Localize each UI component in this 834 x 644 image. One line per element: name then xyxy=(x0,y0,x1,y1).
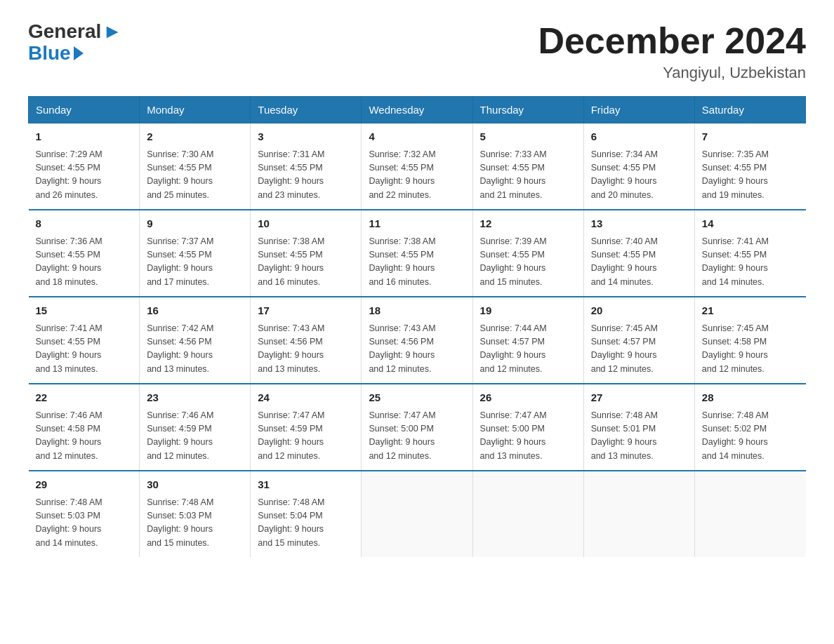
day-info: Sunrise: 7:31 AM Sunset: 4:55 PM Dayligh… xyxy=(258,148,354,203)
calendar-cell: 23 Sunrise: 7:46 AM Sunset: 4:59 PM Dayl… xyxy=(140,384,251,471)
day-info: Sunrise: 7:33 AM Sunset: 4:55 PM Dayligh… xyxy=(480,148,576,203)
day-number: 17 xyxy=(258,303,354,319)
calendar-cell xyxy=(362,471,472,557)
calendar-cell: 20 Sunrise: 7:45 AM Sunset: 4:57 PM Dayl… xyxy=(583,297,694,384)
day-number: 5 xyxy=(480,129,576,145)
day-info: Sunrise: 7:44 AM Sunset: 4:57 PM Dayligh… xyxy=(480,322,576,377)
day-number: 18 xyxy=(369,303,465,319)
day-number: 31 xyxy=(258,477,354,493)
calendar-cell xyxy=(694,471,805,557)
day-number: 6 xyxy=(591,129,687,145)
day-number: 10 xyxy=(258,216,354,232)
month-title: December 2024 xyxy=(538,21,806,61)
calendar-cell: 21 Sunrise: 7:45 AM Sunset: 4:58 PM Dayl… xyxy=(694,297,805,384)
day-info: Sunrise: 7:48 AM Sunset: 5:01 PM Dayligh… xyxy=(591,409,687,464)
day-info: Sunrise: 7:40 AM Sunset: 4:55 PM Dayligh… xyxy=(591,235,687,290)
day-info: Sunrise: 7:46 AM Sunset: 4:59 PM Dayligh… xyxy=(147,409,243,464)
calendar-week-row: 15 Sunrise: 7:41 AM Sunset: 4:55 PM Dayl… xyxy=(29,297,806,384)
calendar-cell: 17 Sunrise: 7:43 AM Sunset: 4:56 PM Dayl… xyxy=(251,297,362,384)
calendar-week-row: 29 Sunrise: 7:48 AM Sunset: 5:03 PM Dayl… xyxy=(29,471,806,557)
day-number: 20 xyxy=(591,303,687,319)
day-info: Sunrise: 7:32 AM Sunset: 4:55 PM Dayligh… xyxy=(369,148,465,203)
day-info: Sunrise: 7:48 AM Sunset: 5:03 PM Dayligh… xyxy=(36,496,133,551)
calendar-cell: 30 Sunrise: 7:48 AM Sunset: 5:03 PM Dayl… xyxy=(140,471,251,557)
day-number: 1 xyxy=(36,129,133,145)
day-number: 28 xyxy=(702,390,799,406)
calendar-cell: 16 Sunrise: 7:42 AM Sunset: 4:56 PM Dayl… xyxy=(140,297,251,384)
calendar-cell: 12 Sunrise: 7:39 AM Sunset: 4:55 PM Dayl… xyxy=(472,210,583,297)
day-info: Sunrise: 7:48 AM Sunset: 5:04 PM Dayligh… xyxy=(258,496,354,551)
header-wednesday: Wednesday xyxy=(362,97,472,123)
calendar-cell: 19 Sunrise: 7:44 AM Sunset: 4:57 PM Dayl… xyxy=(472,297,583,384)
calendar-cell: 8 Sunrise: 7:36 AM Sunset: 4:55 PM Dayli… xyxy=(29,210,140,297)
calendar-cell: 26 Sunrise: 7:47 AM Sunset: 5:00 PM Dayl… xyxy=(472,384,583,471)
calendar-cell: 1 Sunrise: 7:29 AM Sunset: 4:55 PM Dayli… xyxy=(29,123,140,210)
calendar-cell: 2 Sunrise: 7:30 AM Sunset: 4:55 PM Dayli… xyxy=(140,123,251,210)
day-number: 7 xyxy=(702,129,799,145)
page-header: General► Blue December 2024 Yangiyul, Uz… xyxy=(28,21,806,82)
day-number: 9 xyxy=(147,216,243,232)
day-info: Sunrise: 7:34 AM Sunset: 4:55 PM Dayligh… xyxy=(591,148,687,203)
day-info: Sunrise: 7:37 AM Sunset: 4:55 PM Dayligh… xyxy=(147,235,243,290)
calendar-cell: 28 Sunrise: 7:48 AM Sunset: 5:02 PM Dayl… xyxy=(694,384,805,471)
calendar-cell: 13 Sunrise: 7:40 AM Sunset: 4:55 PM Dayl… xyxy=(583,210,694,297)
day-number: 8 xyxy=(36,216,133,232)
day-number: 11 xyxy=(369,216,465,232)
day-info: Sunrise: 7:45 AM Sunset: 4:57 PM Dayligh… xyxy=(591,322,687,377)
calendar-week-row: 22 Sunrise: 7:46 AM Sunset: 4:58 PM Dayl… xyxy=(29,384,806,471)
day-number: 22 xyxy=(36,390,133,406)
day-info: Sunrise: 7:45 AM Sunset: 4:58 PM Dayligh… xyxy=(702,322,799,377)
header-sunday: Sunday xyxy=(29,97,140,123)
calendar-cell: 15 Sunrise: 7:41 AM Sunset: 4:55 PM Dayl… xyxy=(29,297,140,384)
calendar-cell: 4 Sunrise: 7:32 AM Sunset: 4:55 PM Dayli… xyxy=(362,123,472,210)
day-info: Sunrise: 7:47 AM Sunset: 5:00 PM Dayligh… xyxy=(480,409,576,464)
day-number: 26 xyxy=(480,390,576,406)
weekday-header-row: Sunday Monday Tuesday Wednesday Thursday… xyxy=(29,97,806,123)
header-friday: Friday xyxy=(583,97,694,123)
calendar-week-row: 1 Sunrise: 7:29 AM Sunset: 4:55 PM Dayli… xyxy=(29,123,806,210)
calendar-cell: 11 Sunrise: 7:38 AM Sunset: 4:55 PM Dayl… xyxy=(362,210,472,297)
day-info: Sunrise: 7:39 AM Sunset: 4:55 PM Dayligh… xyxy=(480,235,576,290)
calendar-cell: 10 Sunrise: 7:38 AM Sunset: 4:55 PM Dayl… xyxy=(251,210,362,297)
day-info: Sunrise: 7:46 AM Sunset: 4:58 PM Dayligh… xyxy=(36,409,133,464)
day-info: Sunrise: 7:47 AM Sunset: 4:59 PM Dayligh… xyxy=(258,409,354,464)
day-info: Sunrise: 7:41 AM Sunset: 4:55 PM Dayligh… xyxy=(702,235,799,290)
day-info: Sunrise: 7:47 AM Sunset: 5:00 PM Dayligh… xyxy=(369,409,465,464)
day-info: Sunrise: 7:42 AM Sunset: 4:56 PM Dayligh… xyxy=(147,322,243,377)
calendar-table: Sunday Monday Tuesday Wednesday Thursday… xyxy=(28,96,806,557)
day-info: Sunrise: 7:30 AM Sunset: 4:55 PM Dayligh… xyxy=(147,148,243,203)
day-number: 4 xyxy=(369,129,465,145)
calendar-cell: 27 Sunrise: 7:48 AM Sunset: 5:01 PM Dayl… xyxy=(583,384,694,471)
calendar-cell: 22 Sunrise: 7:46 AM Sunset: 4:58 PM Dayl… xyxy=(29,384,140,471)
day-number: 27 xyxy=(591,390,687,406)
day-number: 19 xyxy=(480,303,576,319)
day-number: 12 xyxy=(480,216,576,232)
header-thursday: Thursday xyxy=(472,97,583,123)
calendar-cell: 14 Sunrise: 7:41 AM Sunset: 4:55 PM Dayl… xyxy=(694,210,805,297)
day-number: 13 xyxy=(591,216,687,232)
calendar-cell: 31 Sunrise: 7:48 AM Sunset: 5:04 PM Dayl… xyxy=(251,471,362,557)
day-number: 30 xyxy=(147,477,243,493)
day-number: 23 xyxy=(147,390,243,406)
location: Yangiyul, Uzbekistan xyxy=(538,64,806,82)
calendar-cell: 29 Sunrise: 7:48 AM Sunset: 5:03 PM Dayl… xyxy=(29,471,140,557)
day-info: Sunrise: 7:38 AM Sunset: 4:55 PM Dayligh… xyxy=(369,235,465,290)
calendar-cell: 9 Sunrise: 7:37 AM Sunset: 4:55 PM Dayli… xyxy=(140,210,251,297)
day-number: 25 xyxy=(369,390,465,406)
day-info: Sunrise: 7:48 AM Sunset: 5:02 PM Dayligh… xyxy=(702,409,799,464)
day-info: Sunrise: 7:29 AM Sunset: 4:55 PM Dayligh… xyxy=(36,148,133,203)
day-number: 21 xyxy=(702,303,799,319)
day-number: 14 xyxy=(702,216,799,232)
logo: General► Blue xyxy=(28,21,122,65)
day-info: Sunrise: 7:35 AM Sunset: 4:55 PM Dayligh… xyxy=(702,148,799,203)
calendar-cell: 25 Sunrise: 7:47 AM Sunset: 5:00 PM Dayl… xyxy=(362,384,472,471)
day-info: Sunrise: 7:36 AM Sunset: 4:55 PM Dayligh… xyxy=(36,235,133,290)
header-saturday: Saturday xyxy=(694,97,805,123)
day-number: 3 xyxy=(258,129,354,145)
day-info: Sunrise: 7:43 AM Sunset: 4:56 PM Dayligh… xyxy=(258,322,354,377)
day-number: 2 xyxy=(147,129,243,145)
day-info: Sunrise: 7:41 AM Sunset: 4:55 PM Dayligh… xyxy=(36,322,133,377)
day-number: 24 xyxy=(258,390,354,406)
day-number: 15 xyxy=(36,303,133,319)
calendar-cell: 5 Sunrise: 7:33 AM Sunset: 4:55 PM Dayli… xyxy=(472,123,583,210)
